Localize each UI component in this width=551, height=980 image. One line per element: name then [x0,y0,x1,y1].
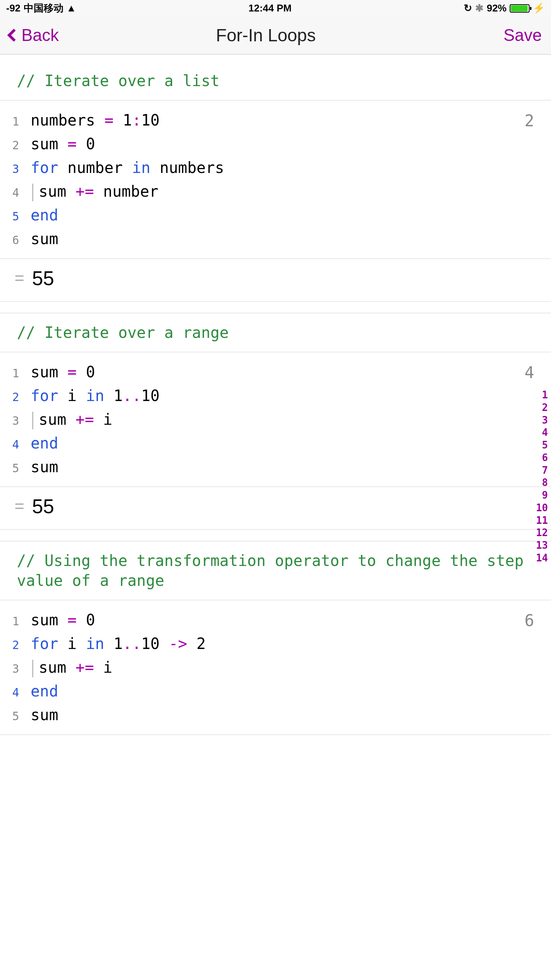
page-title: For-In Loops [28,25,504,46]
line-number: 4 [12,680,31,702]
code-line[interactable]: 4end [12,679,536,703]
carrier-label: 中国移动 [24,2,64,15]
code-text: for number in numbers [31,156,224,179]
code-block[interactable]: 21numbers = 1:102sum = 03for number in n… [0,101,551,259]
code-text: sum [31,703,58,727]
wifi-icon: ▲ [67,2,77,14]
section-comment[interactable]: // Using the transformation operator to … [0,541,551,600]
result-value: 55 [32,267,54,290]
save-button[interactable]: Save [504,26,542,45]
side-ruler-item[interactable]: 14 [536,552,548,564]
charging-icon: ⚡ [533,2,545,14]
code-line[interactable]: 1numbers = 1:10 [12,108,536,132]
code-line[interactable]: 5sum [12,703,536,727]
block-index-badge: 6 [525,611,534,630]
code-text: for i in 1..10 -> 2 [31,632,206,656]
content-area[interactable]: // Iterate over a list21numbers = 1:102s… [0,62,551,735]
code-line[interactable]: 6sum [12,227,536,251]
code-text: numbers = 1:10 [31,108,160,132]
line-number: 3 [12,656,31,678]
side-ruler-item[interactable]: 2 [542,401,548,414]
code-text: end [31,431,58,455]
code-line[interactable]: 2for i in 1..10 [12,384,536,408]
code-line[interactable]: 5sum [12,455,536,479]
code-line[interactable]: 4sum += number [12,179,536,203]
section-comment[interactable]: // Iterate over a list [0,62,551,101]
code-text: sum += i [31,656,112,679]
indent-guide [32,412,33,429]
code-line[interactable]: 3sum += i [12,408,536,431]
indent-guide [32,184,33,201]
code-text: end [31,679,58,703]
signal-strength: -92 [6,2,21,14]
side-ruler-item[interactable]: 11 [536,514,548,527]
result-row: =55 [0,259,551,301]
side-ruler-item[interactable]: 7 [542,464,548,477]
code-line[interactable]: 4end [12,431,536,455]
code-line[interactable]: 5end [12,203,536,227]
line-number: 1 [12,609,31,631]
code-text: sum = 0 [31,360,95,384]
line-number: 3 [12,157,31,178]
side-ruler-item[interactable]: 12 [536,527,548,539]
line-number: 3 [12,408,31,430]
line-number: 5 [12,204,31,226]
code-text: sum = 0 [31,132,95,156]
battery-icon [510,4,530,13]
code-text: sum += i [31,408,112,431]
line-number: 5 [12,704,31,726]
side-ruler-item[interactable]: 10 [536,502,548,514]
code-line[interactable]: 1sum = 0 [12,360,536,384]
code-text: end [31,203,58,227]
code-text: sum [31,227,58,251]
code-line[interactable]: 3for number in numbers [12,156,536,179]
clock: 12:44 PM [76,2,464,14]
line-number: 4 [12,180,31,202]
side-ruler-item[interactable]: 13 [536,539,548,552]
side-navigator[interactable]: 1234567891011121314 [536,389,548,564]
section-comment[interactable]: // Iterate over a range [0,313,551,352]
code-block[interactable]: 41sum = 02for i in 1..103sum += i4end5su… [0,352,551,487]
line-number: 1 [12,109,31,131]
side-ruler-item[interactable]: 3 [542,414,548,427]
line-number: 2 [12,385,31,406]
line-number: 2 [12,133,31,155]
block-index-badge: 2 [525,111,534,130]
line-number: 1 [12,361,31,383]
side-ruler-item[interactable]: 4 [542,426,548,439]
result-row: =55 [0,487,551,529]
code-line[interactable]: 2sum = 0 [12,132,536,156]
code-text: sum += number [31,179,158,203]
code-block[interactable]: 61sum = 02for i in 1..10 -> 23sum += i4e… [0,600,551,735]
line-number: 5 [12,456,31,478]
section-gap [0,301,551,313]
nav-bar: Back For-In Loops Save [0,16,551,55]
bluetooth-icon: ✱ [475,2,484,14]
side-ruler-item[interactable]: 1 [542,389,548,401]
indent-guide [32,660,33,677]
section-gap [0,529,551,541]
side-ruler-item[interactable]: 6 [542,452,548,464]
status-bar: -92 中国移动 ▲ 12:44 PM ↻ ✱ 92% ⚡ [0,0,551,16]
side-ruler-item[interactable]: 5 [542,439,548,452]
equals-icon: = [15,497,24,516]
chevron-left-icon [7,29,20,42]
line-number: 6 [12,228,31,249]
code-text: for i in 1..10 [31,384,160,408]
battery-percent: 92% [487,2,507,14]
code-line[interactable]: 1sum = 0 [12,608,536,632]
code-line[interactable]: 2for i in 1..10 -> 2 [12,632,536,656]
orientation-lock-icon: ↻ [464,2,472,14]
equals-icon: = [15,269,24,288]
side-ruler-item[interactable]: 8 [542,476,548,489]
code-line[interactable]: 3sum += i [12,656,536,679]
side-ruler-item[interactable]: 9 [542,489,548,502]
code-text: sum = 0 [31,608,95,632]
line-number: 4 [12,432,31,454]
line-number: 2 [12,633,31,654]
code-text: sum [31,455,58,479]
result-value: 55 [32,495,54,518]
block-index-badge: 4 [525,363,534,382]
